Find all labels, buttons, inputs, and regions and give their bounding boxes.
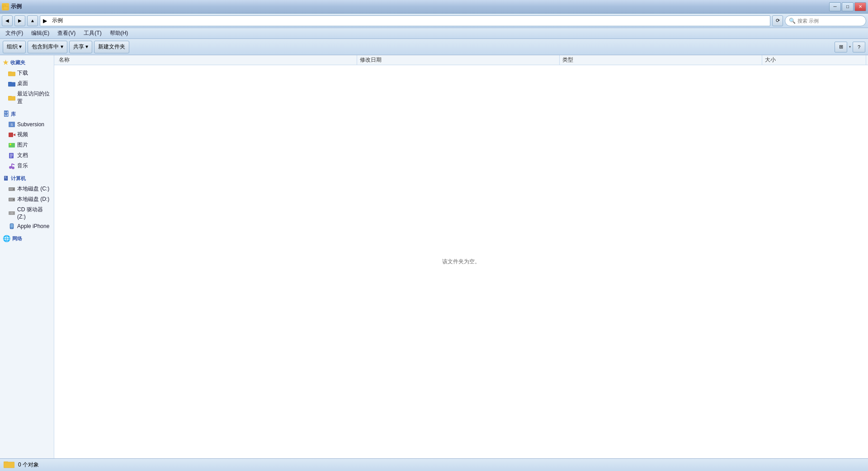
drive-c-icon [8,186,15,193]
sidebar-item-desktop-label: 桌面 [17,80,28,87]
svg-rect-1 [3,6,8,10]
new-folder-button[interactable]: 新建文件夹 [94,41,129,53]
sidebar-item-drive-z[interactable]: CD 驱动器 (Z:) [0,205,54,221]
recent-icon [8,94,15,101]
search-box[interactable]: 🔍 [785,15,866,26]
back-button[interactable]: ◀ [2,15,13,26]
sidebar-item-iphone-label: Apple iPhone [17,223,49,229]
include-library-button[interactable]: 包含到库中 ▾ [28,41,67,53]
organize-button[interactable]: 组织 ▾ [3,41,26,53]
sidebar-item-downloads[interactable]: 下载 [0,68,54,78]
menu-bar: 文件(F) 编辑(E) 查看(V) 工具(T) 帮助(H) [0,28,868,39]
address-bar: ◀ ▶ ▲ ▶ 示例 ⟳ 🔍 [0,14,868,28]
sidebar-item-recent-label: 最近访问的位置 [17,90,51,105]
network-icon: 🌐 [3,235,10,242]
view-dropdown-arrow[interactable]: ▾ [849,45,851,49]
window-icon [2,3,9,10]
sidebar-group-computer[interactable]: 🖥 计算机 [0,173,54,184]
sidebar-item-image-label: 图片 [17,141,28,149]
organize-label: 组织 ▾ [7,43,22,51]
sidebar-item-drive-z-label: CD 驱动器 (Z:) [17,206,51,220]
sidebar-item-video-label: 视频 [17,131,28,138]
minimize-button[interactable]: ─ [829,2,841,11]
sidebar: ★ 收藏夹 下载 桌面 [0,55,54,458]
sidebar-group-network-label: 网络 [12,235,22,242]
content-main: 该文件夹为空。 [54,65,868,458]
sidebar-group-favorites-label: 收藏夹 [10,59,25,66]
sidebar-item-subversion[interactable]: S Subversion [0,119,54,129]
title-bar: 示例 ─ □ ✕ [0,0,868,14]
svg-point-30 [11,213,12,214]
sidebar-item-docs-label: 文档 [17,152,28,159]
column-size[interactable]: 大小 [762,55,867,65]
sidebar-item-drive-d[interactable]: 本地磁盘 (D:) [0,194,54,205]
breadcrumb-separator [49,18,50,24]
column-name[interactable]: 名称 [56,55,357,65]
svg-point-21 [12,167,14,169]
column-modified[interactable]: 修改日期 [357,55,560,65]
svg-rect-7 [8,96,15,100]
search-input[interactable] [797,18,862,24]
sidebar-group-network[interactable]: 🌐 网络 [0,233,54,244]
sidebar-group-computer-label: 计算机 [11,175,26,182]
sidebar-item-drive-c[interactable]: 本地磁盘 (C:) [0,184,54,194]
sidebar-item-docs[interactable]: 文档 [0,150,54,161]
window-title: 示例 [11,3,22,10]
drive-d-icon [8,196,15,203]
view-toggle-button[interactable]: ⊞ [835,42,847,52]
sidebar-item-music[interactable]: 音乐 [0,161,54,171]
help-button[interactable]: ? [853,42,865,52]
svg-text:S: S [10,123,13,127]
sidebar-group-favorites[interactable]: ★ 收藏夹 [0,57,54,68]
column-type[interactable]: 类型 [560,55,762,65]
svg-point-13 [9,143,11,145]
breadcrumb-current: 示例 [52,17,63,24]
iphone-icon [8,223,15,230]
help-icon: ? [858,44,860,50]
close-button[interactable]: ✕ [854,2,866,11]
toolbar: 组织 ▾ 包含到库中 ▾ 共享 ▾ 新建文件夹 ⊞ ▾ ? [0,39,868,55]
sidebar-item-desktop[interactable]: 桌面 [0,78,54,89]
favorites-icon: ★ [3,59,9,66]
sidebar-item-video[interactable]: 视频 [0,129,54,140]
svg-rect-32 [10,224,13,228]
sidebar-section-favorites: ★ 收藏夹 下载 桌面 [0,57,54,107]
menu-help[interactable]: 帮助(H) [106,29,132,38]
menu-view[interactable]: 查看(V) [54,29,79,38]
refresh-button[interactable]: ⟳ [772,15,783,26]
main-layout: ★ 收藏夹 下载 桌面 [0,55,868,458]
menu-file[interactable]: 文件(F) [2,29,27,38]
sidebar-group-library[interactable]: 🗄 库 [0,109,54,119]
sidebar-section-computer: 🖥 计算机 本地磁盘 (C:) [0,173,54,231]
svg-point-27 [13,199,14,200]
sidebar-item-recent[interactable]: 最近访问的位置 [0,89,54,107]
share-button[interactable]: 共享 ▾ [69,41,92,53]
music-icon [8,162,15,170]
folder-icon [8,70,15,77]
menu-tools[interactable]: 工具(T) [80,29,105,38]
share-label: 共享 ▾ [73,43,88,51]
sidebar-item-drive-d-label: 本地磁盘 (D:) [17,195,49,203]
svg-rect-12 [9,143,15,147]
maximize-button[interactable]: □ [842,2,854,11]
computer-icon: 🖥 [3,175,9,182]
forward-button[interactable]: ▶ [14,15,25,26]
svg-point-18 [9,166,12,169]
sidebar-section-network: 🌐 网络 [0,233,54,244]
address-path[interactable]: ▶ 示例 [40,15,770,26]
svg-rect-10 [9,133,13,137]
content-area: 名称 修改日期 类型 大小 该文件夹为空。 [54,55,868,458]
sidebar-section-library: 🗄 库 S Subversion [0,109,54,171]
svg-rect-35 [4,462,14,468]
sidebar-group-library-label: 库 [11,111,16,118]
folder-icon [8,80,15,87]
library-icon: 🗄 [3,110,9,118]
cd-drive-icon [8,209,15,217]
up-button[interactable]: ▲ [27,15,38,26]
new-folder-label: 新建文件夹 [98,43,125,51]
svg-rect-5 [8,82,15,86]
sidebar-item-apple-iphone[interactable]: Apple iPhone [0,221,54,231]
sidebar-item-image[interactable]: 图片 [0,140,54,150]
menu-edit[interactable]: 编辑(E) [28,29,53,38]
sidebar-item-subversion-label: Subversion [17,121,44,128]
